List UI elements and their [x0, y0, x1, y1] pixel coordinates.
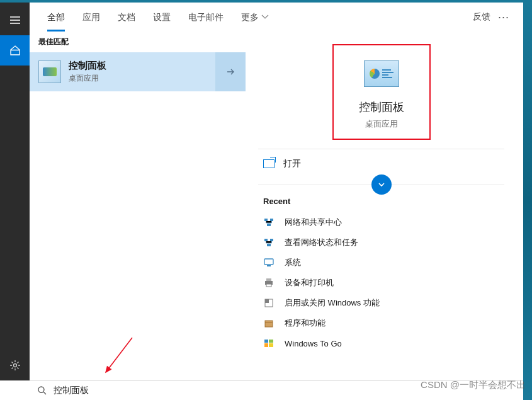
tab-docs[interactable]: 文档 [109, 3, 144, 31]
recent-item-system[interactable]: 系统 [263, 253, 499, 273]
tab-more[interactable]: 更多 [232, 3, 278, 31]
feedback-link[interactable]: 反馈 [473, 11, 490, 23]
svg-rect-7 [264, 259, 273, 265]
chevron-down-icon [261, 14, 269, 20]
svg-rect-16 [269, 340, 273, 343]
recent-item-label: Windows To Go [285, 339, 342, 348]
recent-item-label: 查看网络状态和任务 [285, 237, 358, 248]
svg-rect-8 [267, 265, 271, 266]
svg-rect-18 [269, 343, 273, 347]
tab-more-label: 更多 [241, 3, 259, 31]
svg-rect-10 [266, 278, 271, 281]
package-icon [263, 317, 274, 329]
svg-rect-14 [265, 321, 273, 327]
tab-email[interactable]: 电子邮件 [179, 3, 232, 31]
windows-icon [263, 338, 274, 349]
home-icon[interactable] [0, 35, 30, 66]
result-title: 控制面板 [69, 60, 237, 72]
recent-item-network-center[interactable]: 网络和共享中心 [263, 212, 499, 232]
recent-item-label: 系统 [285, 257, 301, 268]
recent-item-network-status[interactable]: 查看网络状态和任务 [263, 232, 499, 253]
recent-item-label: 设备和打印机 [285, 277, 334, 289]
recent-item-programs-features[interactable]: 程序和功能 [263, 313, 499, 333]
features-icon [263, 297, 274, 309]
result-subtitle: 桌面应用 [69, 73, 237, 84]
control-panel-icon [38, 60, 61, 83]
printer-icon [263, 277, 274, 289]
recent-item-label: 启用或关闭 Windows 功能 [285, 297, 380, 309]
settings-icon[interactable] [0, 350, 30, 380]
hamburger-icon[interactable] [0, 5, 30, 35]
result-control-panel[interactable]: 控制面板 桌面应用 [30, 52, 246, 91]
svg-rect-4 [264, 239, 268, 241]
control-panel-icon [364, 60, 399, 87]
watermark: CSDN @一时半会想不出 [421, 379, 526, 391]
open-label: 打开 [283, 158, 301, 169]
svg-rect-15 [264, 340, 268, 343]
more-options-icon[interactable]: ··· [498, 11, 509, 24]
result-expand-arrow[interactable] [215, 52, 246, 91]
preview-hero: 控制面板 桌面应用 [332, 44, 431, 140]
svg-rect-5 [270, 239, 273, 241]
recent-item-windows-features[interactable]: 启用或关闭 Windows 功能 [263, 293, 499, 313]
monitor-icon [263, 257, 274, 268]
svg-rect-13 [265, 299, 269, 303]
network-icon [263, 237, 274, 248]
preview-column: 控制面板 桌面应用 打开 Recent 网络和共享中心 [246, 31, 523, 380]
chevron-down-icon [377, 180, 386, 189]
best-match-label: 最佳匹配 [30, 31, 246, 52]
search-tabs: 全部 应用 文档 设置 电子邮件 更多 反馈 ··· [30, 3, 523, 31]
tab-all[interactable]: 全部 [38, 3, 74, 31]
preview-title: 控制面板 [340, 100, 423, 115]
search-icon [37, 386, 47, 396]
svg-point-20 [38, 387, 44, 392]
network-icon [263, 217, 274, 228]
tab-apps[interactable]: 应用 [74, 3, 109, 31]
tab-settings[interactable]: 设置 [144, 3, 179, 31]
svg-rect-1 [264, 219, 268, 221]
recent-item-label: 程序和功能 [285, 317, 325, 329]
expand-toggle[interactable] [371, 174, 392, 195]
recent-title: Recent [246, 197, 517, 212]
svg-line-21 [43, 392, 46, 394]
results-column: 最佳匹配 控制面板 桌面应用 [30, 31, 246, 380]
svg-rect-2 [270, 219, 273, 221]
svg-rect-11 [266, 284, 271, 287]
open-icon [263, 159, 274, 168]
left-rail [0, 3, 30, 380]
recent-item-windows-to-go[interactable]: Windows To Go [263, 333, 499, 353]
svg-point-0 [13, 364, 16, 367]
preview-subtitle: 桌面应用 [340, 118, 423, 130]
recent-item-devices-printers[interactable]: 设备和打印机 [263, 273, 499, 293]
svg-rect-17 [264, 343, 268, 347]
recent-item-label: 网络和共享中心 [285, 217, 342, 228]
